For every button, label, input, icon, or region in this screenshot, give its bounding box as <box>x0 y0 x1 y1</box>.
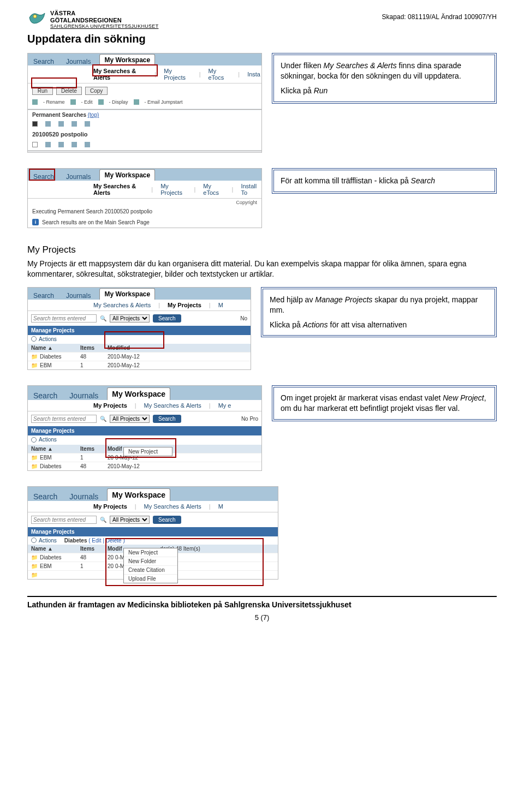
col-items[interactable]: Items <box>80 345 108 351</box>
search-input[interactable] <box>31 516 97 524</box>
table-row[interactable]: 📁EBM 1 2010-May-12 <box>28 361 251 369</box>
mag-icon: 🔍 <box>100 517 106 523</box>
actions-link[interactable]: Actions <box>31 538 57 544</box>
search-button[interactable]: Search <box>153 415 181 423</box>
search-input[interactable] <box>31 314 97 323</box>
page-title: Uppdatera din sökning <box>27 33 497 45</box>
col-name[interactable]: Name ▲ <box>31 446 80 452</box>
subtab-projects[interactable]: My Projects <box>93 503 127 510</box>
highlight-actions <box>104 331 164 349</box>
screenshot-manage-1: Search Journals My Workspace My Searches… <box>27 287 251 371</box>
rename-icon <box>32 99 38 105</box>
tab-workspace[interactable]: My Workspace <box>107 488 170 501</box>
subtab-msa[interactable]: My Searches & Alerts <box>144 503 201 510</box>
table-row[interactable]: 📁Diabetes 48 2010-May-12 <box>28 352 251 361</box>
subtab-msa[interactable]: My Searches & Alerts <box>93 183 144 196</box>
subtab-projects[interactable]: My Projects <box>160 183 186 196</box>
legend-edit: - Edit <box>81 99 93 105</box>
subtab-projects[interactable]: My Projects <box>168 302 201 308</box>
subtab-etocs[interactable]: My eTocs <box>209 68 231 81</box>
search-button[interactable]: Search <box>153 516 181 524</box>
mag-icon: 🔍 <box>100 315 106 321</box>
tab-journals[interactable]: Journals <box>63 171 94 181</box>
screenshot-manage-2: Search Journals My Workspace My Projects… <box>27 385 262 471</box>
row-icon <box>45 121 51 127</box>
result-text: Search results are on the Main Search Pa… <box>42 219 150 225</box>
folder-icon: 📁 <box>31 354 38 360</box>
subtab-projects[interactable]: My Projects <box>93 402 127 409</box>
screenshot-exec: Search Journals My Workspace My Searches… <box>27 168 262 228</box>
col-name[interactable]: Name ▲ <box>31 345 80 351</box>
search-input[interactable] <box>31 415 97 423</box>
row-icon <box>58 121 64 127</box>
no-pro: No <box>240 315 247 321</box>
subtab-etocs[interactable]: My eTocs <box>203 183 224 196</box>
tab-workspace[interactable]: My Workspace <box>99 54 155 65</box>
saved-search-item[interactable]: 20100520 postpolio <box>28 129 261 140</box>
row-icon <box>72 142 77 147</box>
note-1: Under fliken My Searches & Alerts finns … <box>272 53 497 104</box>
copy-button[interactable]: Copy <box>85 87 108 95</box>
hospital-line: SAHLGRENSKA UNIVERSITETSSJUKHUSET <box>50 23 158 29</box>
tab-journals[interactable]: Journals <box>63 290 94 300</box>
folder-icon: 📁 <box>31 572 38 578</box>
note-2: För att komma till träfflistan - klicka … <box>272 168 497 194</box>
subtab-m[interactable]: M <box>218 302 223 308</box>
actions-link[interactable]: Actions <box>31 437 57 443</box>
note-4: Om inget projekt är markerat visas endas… <box>272 385 497 421</box>
legend-rename: - Rename <box>43 99 65 105</box>
subtab-projects[interactable]: My Projects <box>164 68 191 81</box>
highlight-newproject <box>105 438 176 458</box>
tab-journals[interactable]: Journals <box>66 389 102 400</box>
row-icon <box>85 121 90 127</box>
tab-workspace[interactable]: My Workspace <box>107 387 170 400</box>
subtab-insta[interactable]: Insta <box>247 71 260 77</box>
subtab-mye[interactable]: My e <box>218 402 231 409</box>
display-icon <box>98 99 104 105</box>
search-button[interactable]: Search <box>153 314 181 323</box>
region-line1: VÄSTRA <box>50 10 75 16</box>
legend-email: - Email Jumpstart <box>145 99 183 105</box>
project-select[interactable]: All Projects <box>110 516 150 524</box>
screenshot-searches: Search Journals My Workspace My Searches… <box>27 53 262 153</box>
tab-journals[interactable]: Journals <box>66 490 102 501</box>
tab-search[interactable]: Search <box>30 389 61 400</box>
folder-icon: 📁 <box>31 455 38 461</box>
tab-search[interactable]: Search <box>30 490 61 501</box>
actions-link[interactable]: Actions <box>31 336 57 342</box>
gear-icon <box>31 437 37 443</box>
tab-journals[interactable]: Journals <box>63 56 94 65</box>
checkbox[interactable] <box>32 142 38 147</box>
col-name[interactable]: Name ▲ <box>31 546 80 552</box>
gear-icon <box>31 336 37 342</box>
tab-workspace[interactable]: My Workspace <box>99 288 155 300</box>
subtab-msa[interactable]: My Searches & Alerts <box>93 302 151 308</box>
no-pro: No Pro <box>241 416 258 422</box>
footer-text: Lathunden är framtagen av Medicinska bib… <box>27 597 497 609</box>
checkbox[interactable] <box>32 121 38 127</box>
manage-projects-bar: Manage Projects <box>28 527 278 536</box>
tab-search[interactable]: Search <box>30 56 57 65</box>
highlight-search-tab <box>29 169 55 181</box>
subtab-msa[interactable]: My Searches & Alerts <box>144 402 201 409</box>
project-select[interactable]: All Projects <box>110 415 150 423</box>
perm-top-link[interactable]: (top) <box>88 112 99 118</box>
manage-projects-bar: Manage Projects <box>28 426 261 435</box>
project-select[interactable]: All Projects <box>110 314 150 323</box>
note-3: Med hjälp av Manage Projects skapar du n… <box>261 287 497 338</box>
row-icon <box>58 142 64 147</box>
perm-label: Permanent Searches <box>32 112 86 118</box>
table-row[interactable]: 📁Diabetes 48 2010-May-12 <box>28 462 261 470</box>
email-icon <box>134 99 139 105</box>
col-items[interactable]: Items <box>80 446 108 452</box>
col-items[interactable]: Items <box>80 546 108 552</box>
subtab-m[interactable]: M <box>218 503 223 510</box>
tab-workspace[interactable]: My Workspace <box>99 169 155 181</box>
row-icon <box>45 142 51 147</box>
svg-point-0 <box>33 15 37 18</box>
highlight-msa <box>92 64 158 76</box>
region-line2: GÖTALANDSREGIONEN <box>50 17 122 23</box>
tab-search[interactable]: Search <box>30 290 57 300</box>
folder-icon: 📁 <box>31 563 38 569</box>
subtab-install[interactable]: Install To <box>241 183 260 196</box>
